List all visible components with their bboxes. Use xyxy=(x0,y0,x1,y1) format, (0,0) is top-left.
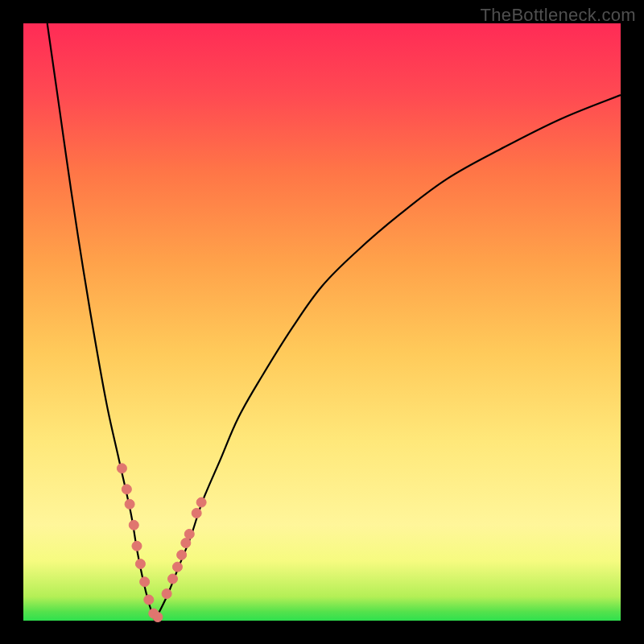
data-marker xyxy=(125,499,134,509)
data-marker xyxy=(144,595,154,605)
data-marker xyxy=(122,485,131,494)
marker-group xyxy=(117,464,206,622)
data-marker xyxy=(162,589,171,599)
outer-frame: TheBottleneck.com xyxy=(0,0,644,644)
data-marker xyxy=(132,541,142,551)
data-marker xyxy=(129,520,138,530)
curve-right-branch xyxy=(155,95,621,621)
data-marker xyxy=(184,529,194,539)
data-marker xyxy=(177,550,187,559)
data-marker xyxy=(196,497,206,507)
data-marker xyxy=(135,559,145,569)
data-marker xyxy=(140,577,150,587)
data-marker xyxy=(153,613,163,622)
data-marker xyxy=(181,539,191,548)
data-marker xyxy=(172,562,182,572)
chart-svg xyxy=(23,23,621,621)
data-marker xyxy=(117,464,126,473)
curve-left-branch xyxy=(47,23,155,621)
data-marker xyxy=(168,574,178,584)
watermark-text: TheBottleneck.com xyxy=(481,5,636,26)
plot-area xyxy=(23,23,621,621)
data-marker xyxy=(192,508,201,518)
